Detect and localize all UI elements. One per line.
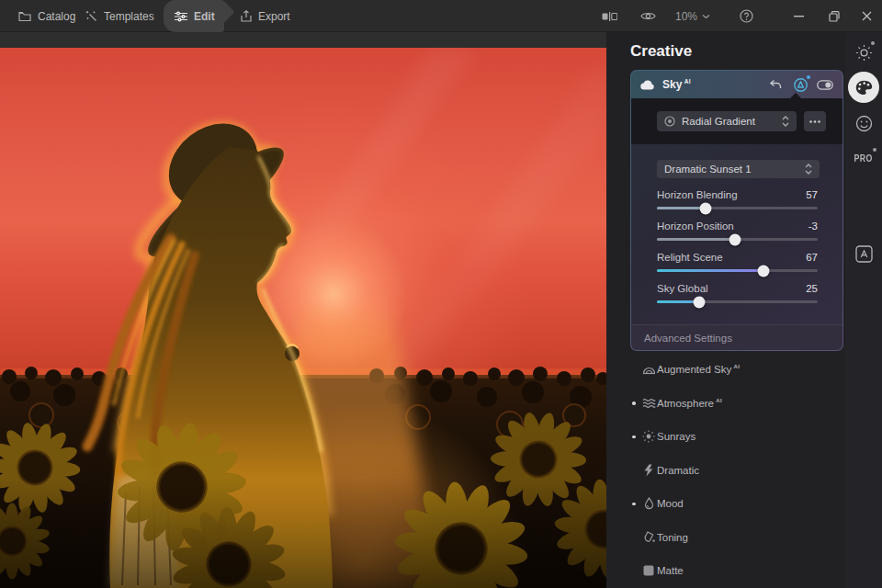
tool-mood[interactable]: Mood: [630, 487, 843, 521]
sliders-icon: [175, 11, 187, 22]
mask-edited-dot: [807, 75, 810, 79]
ai-superscript: AI: [684, 78, 691, 85]
rail-creative-button-active[interactable]: [845, 72, 882, 103]
portrait-face-icon: [855, 115, 873, 132]
slider-track[interactable]: [657, 207, 818, 209]
undo-icon: [769, 79, 782, 90]
eye-icon: [640, 11, 656, 21]
visibility-toggle[interactable]: [815, 74, 835, 95]
sky-ai-label: Sky AI: [662, 78, 691, 91]
rail-canvas-tool-button[interactable]: [845, 244, 882, 263]
preset-select[interactable]: Dramatic Sunset 1: [657, 160, 820, 178]
mask-mode-select[interactable]: Radial Gradient: [657, 111, 797, 131]
photo-canvas[interactable]: [0, 48, 606, 588]
slider-track[interactable]: [657, 269, 818, 272]
canvas-frame-icon: [855, 245, 873, 263]
mask-more-button[interactable]: [804, 111, 826, 131]
select-chevrons-icon: [782, 116, 789, 127]
mask-mode-value: Radial Gradient: [682, 116, 775, 127]
slider-track[interactable]: [657, 238, 818, 241]
tab-edit-label: Edit: [194, 10, 215, 23]
slider-horizon-position: Horizon Position -3: [657, 220, 818, 241]
slider-label: Horizon Position: [657, 220, 734, 232]
titlebar: Catalog Templates Edit Export: [0, 0, 882, 32]
compare-button[interactable]: [599, 0, 619, 32]
compare-icon: [602, 12, 617, 21]
tool-sunrays[interactable]: Sunrays: [630, 420, 843, 454]
radial-gradient-icon: [664, 116, 675, 127]
tab-catalog[interactable]: Catalog: [18, 0, 75, 32]
rail-essentials-button[interactable]: [845, 43, 882, 62]
slider-thumb[interactable]: [757, 265, 769, 277]
luminar-app-window: Catalog Templates Edit Export: [0, 0, 882, 588]
minimize-button[interactable]: [788, 0, 808, 32]
slider-label: Relight Scene: [657, 252, 723, 263]
edit-sidebar: Creative Sky AI: [606, 32, 845, 588]
minimize-icon: [794, 16, 804, 17]
slider-horizon-blending: Horizon Blending 57: [657, 189, 818, 209]
sky-ai-card: Sky AI: [630, 70, 843, 351]
slider-relight-scene: Relight Scene 67: [657, 252, 818, 272]
bucket-icon: [641, 531, 656, 543]
tool-dramatic[interactable]: Dramatic: [630, 454, 843, 488]
fog-icon: [641, 398, 656, 409]
tab-templates[interactable]: Templates: [85, 0, 154, 32]
editor-canvas: [0, 32, 606, 588]
photo-artwork: [0, 48, 606, 588]
preview-button[interactable]: [638, 0, 658, 32]
tab-export[interactable]: Export: [241, 0, 290, 32]
tool-label: Matte: [657, 565, 684, 576]
zoom-dropdown[interactable]: 10%: [675, 0, 710, 32]
tool-label: Augmented Sky AI: [657, 364, 740, 375]
active-tool-circle: [848, 72, 879, 103]
close-button[interactable]: [856, 0, 876, 32]
chevron-down-icon: [702, 14, 710, 19]
rail-pro-button[interactable]: PRO: [845, 149, 882, 167]
zoom-value: 10%: [675, 10, 697, 23]
undo-button[interactable]: [765, 74, 786, 95]
tool-rail: PRO: [845, 32, 882, 588]
rainbow-icon: [641, 364, 656, 375]
creative-palette-icon: [855, 80, 873, 96]
tool-label: Mood: [657, 498, 684, 509]
tool-toning[interactable]: Toning: [630, 521, 843, 555]
tool-augmented-sky[interactable]: Augmented Sky AI: [630, 353, 843, 387]
help-button[interactable]: [736, 0, 756, 32]
edited-dot: [632, 435, 636, 439]
slider-value: 57: [806, 189, 818, 200]
slider-thumb[interactable]: [693, 296, 705, 308]
slider-thumb[interactable]: [729, 233, 741, 245]
tool-label: Dramatic: [657, 465, 699, 476]
rail-portrait-button[interactable]: [845, 114, 882, 132]
mask-icon: [793, 77, 808, 93]
tool-matte[interactable]: Matte: [630, 554, 843, 588]
maximize-button[interactable]: [824, 0, 844, 32]
update-dot: [873, 148, 876, 152]
slider-fill: [657, 269, 763, 272]
slider-sky-global: Sky Global 25: [657, 283, 818, 303]
tab-edit-active[interactable]: Edit: [164, 0, 224, 32]
visibility-toggle-icon: [817, 80, 833, 90]
mask-button[interactable]: [790, 74, 810, 95]
sky-ai-header[interactable]: Sky AI: [631, 71, 842, 98]
preset-value: Dramatic Sunset 1: [664, 164, 805, 175]
update-dot: [871, 41, 875, 45]
pro-label: PRO: [854, 153, 873, 164]
tool-label: Toning: [657, 532, 688, 543]
lightning-icon: [641, 464, 656, 477]
tool-atmosphere[interactable]: Atmosphere AI: [630, 387, 843, 421]
cloud-icon: [640, 80, 655, 90]
tab-templates-label: Templates: [104, 10, 154, 23]
mask-section: Radial Gradient: [631, 98, 842, 144]
tab-catalog-label: Catalog: [38, 10, 75, 23]
close-icon: [862, 11, 872, 21]
slider-track[interactable]: [657, 300, 818, 303]
tab-export-label: Export: [258, 10, 290, 23]
tool-label: Sunrays: [657, 431, 695, 442]
tool-label: Atmosphere AI: [657, 398, 722, 409]
droplet-icon: [641, 497, 656, 510]
slider-thumb[interactable]: [699, 202, 711, 214]
select-chevrons-icon: [805, 164, 812, 175]
export-icon: [241, 10, 252, 22]
advanced-settings-button[interactable]: Advanced Settings: [631, 324, 842, 350]
